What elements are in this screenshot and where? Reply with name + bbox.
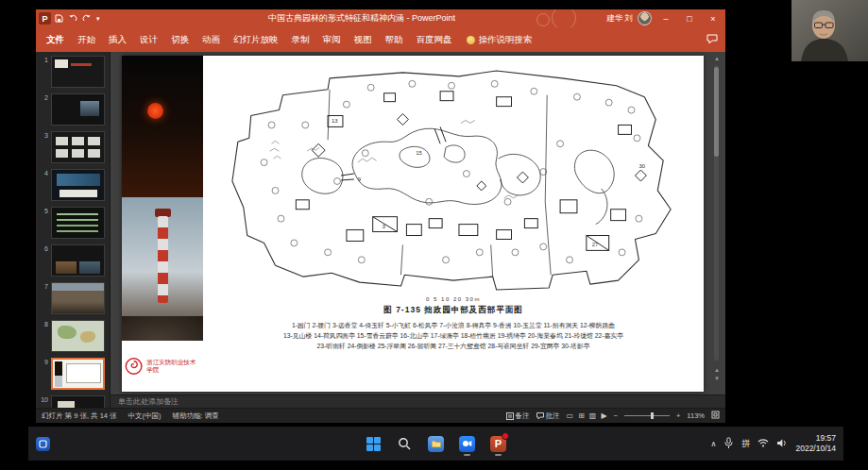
notes-icon [506, 412, 514, 420]
tell-me-search[interactable]: 操作说明搜索 [467, 34, 533, 46]
start-button[interactable] [364, 431, 384, 456]
normal-view-button[interactable]: ▭ [567, 411, 574, 420]
college-logo-icon [125, 356, 143, 377]
reading-view-button[interactable]: ▥ [589, 411, 597, 420]
volume-icon[interactable] [776, 438, 788, 450]
tab-design[interactable]: 设计 [133, 29, 164, 51]
meeting-app-button[interactable] [457, 431, 478, 456]
fit-to-window-button[interactable] [711, 411, 720, 421]
slide-thumbnail-10[interactable] [51, 395, 105, 408]
slideshow-button[interactable]: ▶ [601, 411, 606, 420]
college-logo-block: 浙江安防职业技术学院 [122, 341, 203, 392]
college-logo-text: 浙江安防职业技术学院 [146, 359, 200, 375]
maximize-button[interactable]: □ [680, 9, 699, 27]
svg-text:30: 30 [638, 163, 645, 169]
slide-thumbnail-8[interactable] [51, 320, 105, 352]
ime-indicator[interactable]: 拼 [741, 438, 750, 450]
legend-line-3: 23-听雨轩 24-倒影楼 25-浮翠阁 26-留听阁 27-三十六鸳鸯馆 28… [283, 342, 623, 352]
notes-toggle-button[interactable]: 备注 [506, 411, 530, 421]
slide-number: 8 [39, 320, 48, 352]
sun-graphic [147, 103, 163, 119]
minimize-button[interactable]: – [656, 9, 675, 27]
slide-thumbnail-3[interactable] [51, 131, 105, 163]
taskbar-clock[interactable]: 19:57 2022/10/14 [795, 433, 836, 453]
slide-thumbnail-5[interactable] [51, 207, 105, 239]
tab-transitions[interactable]: 切换 [164, 29, 196, 51]
slide-number: 3 [39, 131, 48, 163]
notification-badge [502, 432, 509, 440]
powerpoint-taskbar-button[interactable]: P [488, 431, 509, 456]
scroll-up-icon[interactable]: ▲ [712, 54, 722, 63]
slide-counter: 幻灯片 第 9 张, 共 14 张 [42, 411, 117, 421]
account-name[interactable]: 建华 刘 [606, 13, 633, 25]
comments-toggle-button[interactable]: 批注 [536, 411, 560, 421]
slide-thumbnail-4[interactable] [51, 169, 105, 201]
slide-number: 4 [39, 169, 48, 201]
file-explorer-button[interactable] [426, 431, 447, 456]
notes-pane[interactable]: 单击此处添加备注 [111, 394, 725, 408]
legend-line-1: 1-园门 2-腰门 3-远香堂 4-倚玉轩 5-小飞虹 6-松风亭 7-小沧浪 … [283, 321, 623, 331]
slide-thumbnail-9-selected[interactable] [51, 358, 105, 390]
pinned-app-icon[interactable] [36, 437, 50, 451]
slide-thumbnail-2[interactable] [51, 93, 105, 126]
slide-number: 7 [39, 282, 48, 314]
legend-line-2: 13-见山楼 14-荷风四面亭 15-雪香云蔚亭 16-北山亭 17-绿漪亭 1… [283, 331, 623, 342]
save-icon[interactable] [55, 14, 63, 23]
scrollbar-track[interactable] [714, 65, 719, 361]
tab-help[interactable]: 帮助 [379, 29, 410, 51]
scrollbar-thumb[interactable] [714, 67, 719, 157]
tell-me-label: 操作说明搜索 [479, 34, 533, 46]
clock-time: 19:57 [795, 433, 836, 444]
notes-placeholder[interactable]: 单击此处添加备注 [118, 396, 179, 407]
network-icon[interactable] [757, 438, 769, 449]
slide-thumbnail-7[interactable] [51, 282, 105, 314]
tab-baidu-netdisk[interactable]: 百度网盘 [410, 29, 459, 51]
tab-home[interactable]: 开始 [71, 29, 102, 51]
undo-icon[interactable] [68, 14, 77, 23]
redo-icon[interactable] [82, 14, 92, 23]
slide-number: 1 [39, 56, 48, 88]
language-indicator[interactable]: 中文(中国) [128, 411, 162, 421]
tab-view[interactable]: 视图 [348, 29, 379, 51]
svg-text:27: 27 [591, 242, 598, 247]
zoom-slider-knob[interactable] [651, 412, 654, 419]
slide-canvas-area[interactable]: 浙江安防职业技术学院 [111, 52, 725, 394]
slide-thumbnail-1[interactable] [51, 56, 105, 88]
titlebar-decoration [519, 9, 576, 27]
next-slide-button[interactable]: ▼ [712, 375, 722, 383]
microphone-tray-icon[interactable] [723, 437, 734, 451]
tab-slideshow[interactable]: 幻灯片放映 [227, 29, 285, 51]
powerpoint-window: P ▾ 中国古典园林的形式特征和精神内涵 - PowerPoint 建华 刘 –… [36, 9, 725, 423]
tab-review[interactable]: 审阅 [316, 29, 348, 51]
windows-logo-icon [366, 437, 381, 451]
comments-icon[interactable] [706, 34, 718, 46]
tab-insert[interactable]: 插入 [102, 29, 133, 51]
zoom-out-button[interactable]: − [614, 411, 618, 420]
slide-sorter-view-button[interactable]: ⊞ [578, 411, 585, 420]
tray-expand-chevron[interactable]: ∧ [711, 440, 717, 448]
search-button[interactable] [395, 431, 416, 456]
current-slide[interactable]: 浙江安防职业技术学院 [122, 56, 704, 392]
comment-icon [536, 412, 544, 420]
powerpoint-app-icon[interactable]: P [39, 12, 51, 25]
zoom-in-button[interactable]: + [676, 411, 680, 420]
rocks-graphic [122, 316, 203, 341]
svg-text:9: 9 [357, 176, 361, 182]
account-avatar[interactable] [638, 11, 652, 25]
tab-file[interactable]: 文件 [40, 29, 71, 51]
webcam-self-view[interactable] [791, 0, 868, 61]
windows-taskbar: P ∧ 拼 19:57 2022/10/14 [28, 427, 843, 461]
vertical-scrollbar[interactable]: ▲ ▲ ▼ [712, 54, 722, 393]
tab-animations[interactable]: 动画 [196, 29, 227, 51]
qat-dropdown-icon[interactable]: ▾ [96, 15, 100, 23]
slide-thumbnail-6[interactable] [51, 244, 105, 277]
tab-record[interactable]: 录制 [285, 29, 316, 51]
close-button[interactable]: × [704, 9, 723, 27]
garden-plan-figure[interactable]: 3913 152730 [215, 61, 692, 295]
title-bar: P ▾ 中国古典园林的形式特征和精神内涵 - PowerPoint 建华 刘 –… [36, 9, 725, 27]
zoom-level[interactable]: 113% [687, 411, 705, 420]
previous-slide-button[interactable]: ▲ [712, 366, 722, 375]
zoom-slider[interactable] [624, 415, 670, 416]
meeting-shared-screen: P ▾ 中国古典园林的形式特征和精神内涵 - PowerPoint 建华 刘 –… [0, 0, 868, 470]
accessibility-status[interactable]: 辅助功能: 调查 [173, 411, 219, 421]
